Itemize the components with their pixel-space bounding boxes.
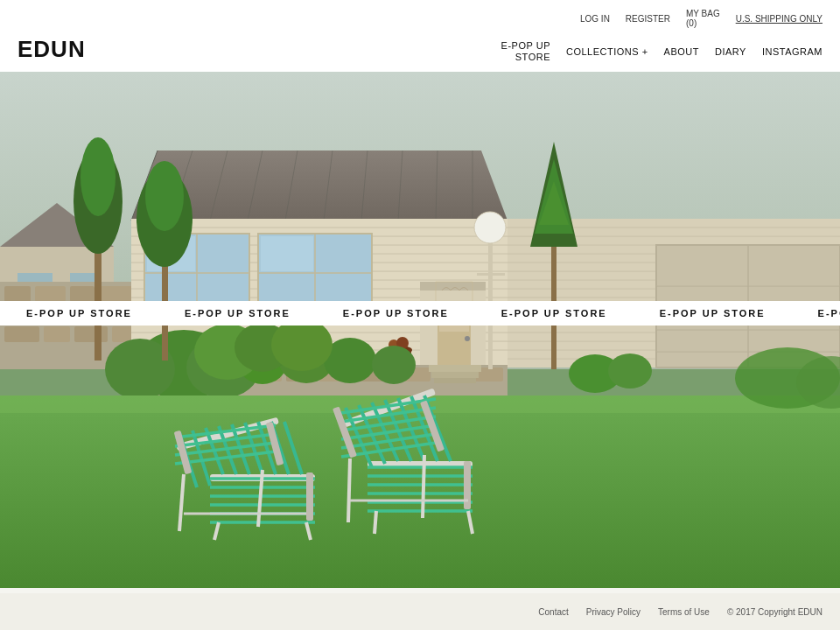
ticker-item: E-POP UP STORE — [475, 308, 634, 318]
svg-rect-75 — [477, 273, 505, 276]
svg-rect-6 — [4, 286, 31, 302]
svg-rect-70 — [431, 372, 479, 378]
svg-point-185 — [608, 354, 652, 388]
login-link[interactable]: LOG IN — [580, 14, 610, 24]
hero-image: 20 — [0, 72, 840, 588]
top-bar: LOG IN REGISTER MY BAG (0) U.S. SHIPPING… — [580, 9, 822, 28]
collections-link[interactable]: COLLECTIONS + — [566, 46, 648, 57]
svg-rect-52 — [261, 236, 313, 271]
svg-rect-65 — [420, 282, 486, 290]
svg-point-68 — [465, 336, 470, 341]
svg-rect-124 — [0, 396, 840, 588]
svg-rect-16 — [74, 326, 108, 342]
ticker-item: E-POP UP STORE — [792, 308, 840, 318]
svg-rect-7 — [35, 286, 66, 302]
svg-rect-178 — [464, 461, 471, 509]
header: EDUN LOG IN REGISTER MY BAG (0) U.S. SHI… — [0, 0, 840, 72]
privacy-link[interactable]: Privacy Policy — [586, 607, 640, 617]
main-nav: E-POP UPSTORE COLLECTIONS + ABOUT DIARY … — [501, 40, 822, 63]
svg-rect-73 — [488, 229, 493, 369]
ticker-track: E-POP UP STORE E-POP UP STORE E-POP UP S… — [0, 308, 840, 318]
register-link[interactable]: REGISTER — [626, 14, 670, 24]
ticker-banner: E-POP UP STORE E-POP UP STORE E-POP UP S… — [0, 301, 840, 326]
ticker-item: E-POP UP STORE — [317, 308, 475, 318]
ticker-item: E-POP UP STORE — [0, 308, 158, 318]
svg-rect-149 — [306, 472, 313, 521]
svg-rect-14 — [4, 326, 39, 342]
footer: Contact Privacy Policy Terms of Use © 20… — [0, 593, 840, 630]
about-link[interactable]: ABOUT — [664, 46, 699, 57]
svg-point-119 — [271, 318, 332, 371]
diary-link[interactable]: DIARY — [715, 46, 746, 57]
terms-link[interactable]: Terms of Use — [658, 607, 710, 617]
svg-line-181 — [374, 511, 376, 534]
svg-rect-71 — [434, 378, 476, 383]
svg-point-110 — [372, 346, 416, 384]
svg-line-180 — [423, 455, 424, 518]
ticker-item: E-POP UP STORE — [158, 308, 317, 318]
us-shipping: U.S. SHIPPING ONLY — [736, 14, 822, 24]
logo[interactable]: EDUN — [18, 36, 86, 63]
svg-point-113 — [80, 137, 116, 216]
svg-rect-15 — [44, 326, 70, 342]
copyright: © 2017 Copyright EDUN — [727, 607, 822, 617]
ticker-item: E-POP UP STORE — [634, 308, 792, 318]
my-bag: MY BAG (0) — [686, 9, 720, 28]
svg-rect-9 — [99, 286, 134, 302]
instagram-link[interactable]: INSTAGRAM — [762, 46, 822, 57]
svg-point-116 — [145, 161, 184, 231]
svg-rect-69 — [429, 365, 481, 372]
epopup-store-link[interactable]: E-POP UPSTORE — [501, 40, 550, 63]
svg-point-74 — [474, 212, 506, 243]
svg-line-179 — [348, 458, 350, 522]
contact-link[interactable]: Contact — [538, 607, 568, 617]
svg-rect-8 — [70, 286, 94, 302]
